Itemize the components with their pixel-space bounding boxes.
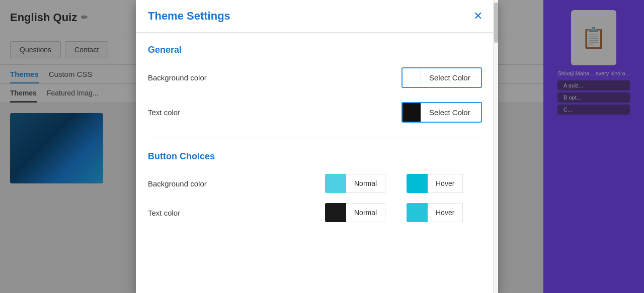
modal-header: Theme Settings ✕	[136, 0, 498, 33]
button-text-color-group: Normal Hover	[325, 203, 482, 222]
normal-text-button[interactable]: Normal	[325, 203, 400, 222]
normal-bg-button[interactable]: Normal	[325, 174, 400, 193]
button-background-color-row: Background color Normal Hover	[148, 174, 482, 193]
button-choices-section-title: Button Choices	[148, 151, 482, 162]
hover-label: Hover	[428, 174, 463, 193]
theme-settings-modal: Theme Settings ✕ General Background colo…	[136, 0, 498, 293]
normal-bg-swatch	[325, 174, 346, 193]
text-color-swatch	[403, 103, 421, 122]
modal-scrollbar[interactable]	[493, 0, 498, 293]
background-color-label: Background color	[148, 73, 207, 82]
background-select-color-label: Select Color	[421, 68, 478, 87]
general-section-title: General	[148, 45, 482, 55]
button-text-color-row: Text color Normal Hover	[148, 203, 482, 222]
modal-close-button[interactable]: ✕	[470, 8, 486, 24]
scrollbar-thumb	[494, 3, 498, 43]
normal-text-label: Normal	[346, 203, 385, 222]
text-color-picker[interactable]: Select Color	[401, 102, 482, 123]
modal-title: Theme Settings	[148, 10, 230, 23]
hover-text-swatch	[407, 203, 428, 222]
hover-bg-button[interactable]: Hover	[407, 174, 482, 193]
background-color-swatch	[403, 68, 421, 87]
text-color-label: Text color	[148, 108, 180, 117]
background-color-row: Background color Select Color	[148, 67, 482, 88]
section-divider	[148, 137, 482, 137]
text-select-color-label: Select Color	[421, 103, 478, 122]
background-color-picker[interactable]: Select Color	[401, 67, 482, 88]
button-background-color-group: Normal Hover	[325, 174, 482, 193]
button-background-label: Background color	[148, 179, 207, 188]
normal-label: Normal	[346, 174, 385, 193]
modal-body: General Background color Select Color Te…	[136, 33, 498, 293]
hover-text-label: Hover	[428, 203, 463, 222]
normal-text-swatch	[325, 203, 346, 222]
hover-text-button[interactable]: Hover	[407, 203, 482, 222]
text-color-row: Text color Select Color	[148, 102, 482, 123]
hover-bg-swatch	[407, 174, 428, 193]
button-text-label: Text color	[148, 209, 180, 217]
